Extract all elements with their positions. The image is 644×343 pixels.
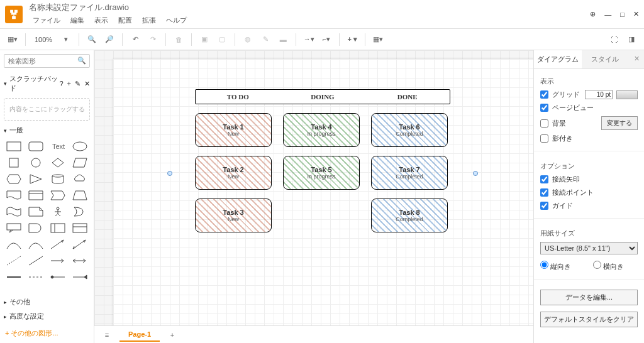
shape-cylinder[interactable] [50, 173, 67, 185]
fullscreen-icon[interactable]: ⛶ [606, 32, 621, 47]
shadow-checkbox[interactable] [540, 134, 548, 143]
shape-ellipse[interactable] [72, 140, 89, 153]
close-icon[interactable]: ✕ [633, 10, 639, 18]
advanced-header[interactable]: ▸高度な設定 [0, 309, 94, 324]
tab-diagram[interactable]: ダイアグラム [534, 50, 582, 68]
shape-hexagon[interactable] [5, 173, 22, 185]
document-title[interactable]: 名称未設定ファイル.drawio [29, 2, 590, 13]
pages-menu-icon[interactable]: ≡ [99, 327, 114, 342]
sidebar-toggle-icon[interactable]: ▦▾ [5, 32, 20, 47]
card-task3[interactable]: Task 3New [195, 199, 272, 232]
shape-tape[interactable] [5, 205, 22, 218]
col-doing[interactable]: DOING [280, 90, 365, 104]
shape-circle[interactable] [27, 156, 44, 169]
other-header[interactable]: ▸その他 [0, 295, 94, 309]
kanban-header[interactable]: TO DO DOING DONE [195, 89, 450, 104]
card-task2[interactable]: Task 2New [195, 156, 272, 190]
pageview-checkbox[interactable] [540, 104, 548, 112]
to-back-icon[interactable]: ▢ [214, 32, 230, 47]
selection-handle[interactable] [473, 171, 478, 176]
maximize-icon[interactable]: □ [620, 11, 625, 18]
panel-close-icon[interactable]: ✕ [629, 50, 644, 68]
shape-line2[interactable] [27, 238, 44, 251]
general-header[interactable]: ▾一般 [0, 123, 94, 138]
table-icon[interactable]: ▦▾ [370, 32, 386, 47]
shape-line4[interactable] [27, 254, 44, 267]
shape-cloud[interactable] [72, 173, 89, 185]
connection-icon[interactable]: →▾ [301, 32, 316, 47]
points-checkbox[interactable] [540, 188, 548, 197]
card-task8[interactable]: Task 8Completed [371, 199, 448, 232]
shape-triangle[interactable] [27, 173, 44, 185]
bg-change-button[interactable]: 変更する [601, 116, 638, 130]
selection-handle[interactable] [167, 171, 172, 176]
scratchpad-header[interactable]: ▾スクラッチパッド ?+✎✕ [0, 72, 94, 95]
shape-container[interactable] [72, 222, 89, 234]
stroke-icon[interactable]: ✎ [258, 32, 273, 47]
menu-extras[interactable]: 拡張 [138, 14, 160, 26]
menu-help[interactable]: ヘルプ [162, 14, 191, 26]
to-front-icon[interactable]: ▣ [197, 32, 212, 47]
fill-icon[interactable]: ◍ [240, 32, 255, 47]
clear-style-button[interactable]: デフォルトスタイルをクリア [540, 312, 638, 327]
insert-icon[interactable]: + ▾ [345, 32, 360, 47]
add-page-icon[interactable]: + [165, 327, 180, 342]
shape-arrow3[interactable] [50, 254, 67, 267]
edit-data-button[interactable]: データを編集... [540, 290, 638, 305]
menu-edit[interactable]: 編集 [67, 14, 88, 26]
shape-conn3[interactable] [50, 271, 67, 283]
shape-line1[interactable] [5, 238, 22, 251]
shape-and[interactable] [27, 222, 44, 234]
edit-icon[interactable]: ✎ [75, 80, 80, 88]
add-icon[interactable]: + [67, 80, 71, 88]
shape-diamond[interactable] [50, 156, 67, 169]
card-task7[interactable]: Task 7Completed [371, 156, 448, 190]
more-shapes-link[interactable]: + その他の図形... [0, 324, 94, 343]
close-scratch-icon[interactable]: ✕ [84, 80, 90, 88]
grid-size-input[interactable] [585, 90, 613, 99]
zoom-out-icon[interactable]: 🔎 [102, 32, 117, 47]
card-task1[interactable]: Task 1New [195, 113, 272, 147]
zoom-dropdown-icon[interactable]: ▾ [58, 32, 74, 47]
card-task4[interactable]: Task 4In progress [283, 113, 360, 147]
shape-or[interactable] [72, 205, 89, 218]
shape-document[interactable] [5, 189, 22, 202]
undo-icon[interactable]: ↶ [128, 32, 143, 47]
shape-rect[interactable] [5, 140, 22, 153]
grid-checkbox[interactable] [540, 90, 548, 99]
portrait-radio[interactable]: 縦向き [540, 261, 586, 271]
bg-checkbox[interactable] [540, 119, 548, 128]
shape-line3[interactable] [5, 254, 22, 267]
shape-text[interactable]: Text [50, 140, 67, 153]
card-task5[interactable]: Task 5In progress [283, 156, 360, 190]
grid-color-swatch[interactable] [616, 90, 638, 99]
shape-parallelogram[interactable] [72, 156, 89, 169]
col-todo[interactable]: TO DO [196, 90, 280, 104]
shape-conn1[interactable] [5, 271, 22, 283]
landscape-radio[interactable]: 横向き [593, 261, 638, 271]
waypoint-icon[interactable]: ⌐▾ [319, 32, 334, 47]
shape-arrow2[interactable] [72, 238, 89, 251]
search-icon[interactable]: 🔍 [77, 57, 86, 65]
minimize-icon[interactable]: — [604, 11, 611, 18]
shape-datastore[interactable] [50, 222, 67, 234]
shape-callout[interactable] [5, 222, 22, 234]
paper-size-select[interactable]: US-Letter (8.5" x 11") [540, 242, 638, 254]
help-icon[interactable]: ? [59, 80, 63, 88]
arrows-checkbox[interactable] [540, 175, 548, 183]
canvas[interactable]: TO DO DOING DONE Task 1New Task 4In prog… [94, 50, 533, 325]
shape-arrow4[interactable] [72, 254, 89, 267]
shape-actor[interactable] [50, 205, 67, 218]
tab-style[interactable]: スタイル [582, 50, 630, 68]
menu-view[interactable]: 表示 [91, 14, 112, 26]
shape-step[interactable] [50, 189, 67, 202]
shadow-icon[interactable]: ▬ [275, 32, 291, 47]
shape-note[interactable] [27, 205, 44, 218]
format-toggle-icon[interactable]: ◨ [624, 32, 639, 47]
shape-conn4[interactable] [72, 271, 89, 283]
page[interactable]: TO DO DOING DONE Task 1New Task 4In prog… [113, 59, 533, 325]
shape-conn2[interactable] [27, 271, 44, 283]
menu-arrange[interactable]: 配置 [114, 14, 136, 26]
guides-checkbox[interactable] [540, 202, 548, 210]
shape-roundrect[interactable] [27, 140, 44, 153]
